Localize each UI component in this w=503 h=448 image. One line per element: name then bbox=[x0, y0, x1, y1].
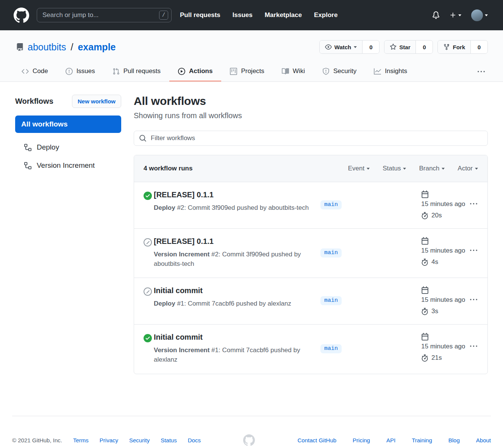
calendar-icon bbox=[421, 190, 429, 198]
chevron-down-icon bbox=[485, 14, 488, 16]
footer-link-training[interactable]: Training bbox=[412, 437, 432, 443]
run-description: Deploy #1: Commit 7cacbf6 pushed by alex… bbox=[154, 299, 313, 309]
footer-link-terms[interactable]: Terms bbox=[73, 437, 89, 443]
run-title[interactable]: Initial commit bbox=[154, 286, 203, 295]
filter-status-dropdown[interactable]: Status bbox=[383, 165, 406, 172]
chevron-down-icon bbox=[403, 168, 406, 170]
repo-owner-link[interactable]: aboutbits bbox=[28, 42, 66, 53]
create-new-button[interactable] bbox=[450, 12, 461, 19]
footer-link-docs[interactable]: Docs bbox=[188, 437, 201, 443]
run-time: 15 minutes ago bbox=[421, 343, 465, 350]
star-count[interactable]: 0 bbox=[416, 41, 433, 53]
run-duration: 4s bbox=[431, 258, 438, 266]
new-workflow-button[interactable]: New workflow bbox=[72, 95, 121, 108]
run-options-kebab-icon[interactable] bbox=[469, 295, 478, 304]
footer-link-about[interactable]: About bbox=[476, 437, 491, 443]
filter-workflows-input[interactable] bbox=[134, 131, 488, 146]
run-meta: 15 minutes ago 3s bbox=[421, 286, 478, 315]
run-options-kebab-icon[interactable] bbox=[469, 246, 478, 255]
branch-badge[interactable]: main bbox=[320, 248, 342, 258]
tab-issues[interactable]: Issues bbox=[57, 62, 104, 81]
run-title[interactable]: [RELEASE] 0.1.1 bbox=[154, 237, 214, 246]
branch-badge[interactable]: main bbox=[320, 200, 342, 209]
run-title[interactable]: Initial commit bbox=[154, 333, 203, 342]
footer-link-blog[interactable]: Blog bbox=[448, 437, 460, 443]
tab-wiki[interactable]: Wiki bbox=[273, 62, 314, 81]
footer-link-privacy[interactable]: Privacy bbox=[100, 437, 118, 443]
star-button[interactable]: Star 0 bbox=[384, 40, 433, 54]
nav-explore[interactable]: Explore bbox=[314, 11, 337, 19]
calendar-icon bbox=[421, 286, 429, 294]
filter-branch-dropdown[interactable]: Branch bbox=[419, 165, 445, 172]
skipped-icon bbox=[144, 238, 152, 247]
skipped-icon bbox=[144, 287, 152, 296]
runs-table-header: 4 workflow runs Event Status Branch Acto… bbox=[134, 155, 487, 182]
fork-count[interactable]: 0 bbox=[470, 41, 487, 53]
notifications-bell-icon[interactable] bbox=[432, 11, 440, 19]
chevron-down-icon bbox=[458, 14, 461, 16]
sidebar-item-deploy[interactable]: Deploy bbox=[15, 138, 121, 156]
chevron-down-icon bbox=[367, 168, 370, 170]
tab-insights[interactable]: Insights bbox=[365, 62, 416, 81]
stopwatch-icon bbox=[421, 308, 428, 315]
footer-link-contact-github[interactable]: Contact GitHub bbox=[298, 437, 337, 443]
header-search: / bbox=[37, 8, 172, 22]
branch-badge[interactable]: main bbox=[320, 344, 342, 353]
nav-issues[interactable]: Issues bbox=[233, 11, 253, 19]
watch-count[interactable]: 0 bbox=[362, 41, 379, 53]
run-title[interactable]: [RELEASE] 0.1.1 bbox=[154, 190, 214, 199]
nav-marketplace[interactable]: Marketplace bbox=[265, 11, 302, 19]
top-header: / Pull requests Issues Marketplace Explo… bbox=[0, 0, 503, 30]
repo-social-buttons: Watch 0 Star 0 Fork 0 bbox=[319, 40, 488, 54]
workflow-run-row: [RELEASE] 0.1.1 Version Increment #2: Co… bbox=[134, 229, 487, 278]
github-logo-icon[interactable] bbox=[14, 8, 29, 23]
workflows-sidebar: Workflows New workflow All workflows Dep… bbox=[15, 95, 121, 374]
eye-icon bbox=[325, 44, 332, 50]
chevron-down-icon bbox=[354, 46, 357, 48]
tab-security[interactable]: Security bbox=[314, 62, 365, 81]
fork-icon bbox=[443, 44, 450, 50]
run-options-kebab-icon[interactable] bbox=[469, 200, 478, 208]
workflow-icon bbox=[24, 144, 31, 151]
filter-workflows bbox=[134, 131, 488, 146]
user-menu-button[interactable] bbox=[471, 9, 488, 21]
tab-pull-requests[interactable]: Pull requests bbox=[104, 62, 169, 81]
fork-button[interactable]: Fork 0 bbox=[437, 40, 488, 54]
sidebar-item-all-workflows[interactable]: All workflows bbox=[15, 116, 121, 133]
workflow-icon bbox=[24, 162, 31, 169]
book-icon bbox=[282, 68, 289, 75]
run-time: 15 minutes ago bbox=[421, 200, 465, 208]
filter-event-dropdown[interactable]: Event bbox=[348, 165, 370, 172]
run-time: 15 minutes ago bbox=[421, 247, 465, 254]
runs-count: 4 workflow runs bbox=[144, 165, 348, 172]
tab-actions[interactable]: Actions bbox=[169, 62, 221, 81]
pull-request-icon bbox=[112, 68, 120, 75]
tab-projects[interactable]: Projects bbox=[221, 62, 273, 81]
nav-pull-requests[interactable]: Pull requests bbox=[180, 11, 220, 19]
chevron-down-icon bbox=[442, 168, 445, 170]
footer-link-api[interactable]: API bbox=[386, 437, 395, 443]
breadcrumb: aboutbits / example bbox=[16, 42, 319, 53]
footer-link-status[interactable]: Status bbox=[161, 437, 177, 443]
run-options-kebab-icon[interactable] bbox=[469, 342, 478, 351]
footer-link-pricing[interactable]: Pricing bbox=[353, 437, 370, 443]
play-circle-icon bbox=[178, 68, 185, 75]
success-check-icon bbox=[144, 334, 152, 342]
run-status-icon bbox=[144, 190, 154, 219]
footer-link-security[interactable]: Security bbox=[129, 437, 150, 443]
header-right bbox=[432, 9, 488, 21]
sidebar-heading: Workflows bbox=[15, 97, 53, 106]
success-check-icon bbox=[144, 192, 152, 200]
tab-code[interactable]: Code bbox=[13, 62, 57, 81]
stopwatch-icon bbox=[421, 354, 428, 362]
chevron-down-icon bbox=[475, 168, 478, 170]
filter-actor-dropdown[interactable]: Actor bbox=[458, 165, 478, 172]
search-input[interactable] bbox=[37, 8, 172, 22]
search-icon bbox=[139, 134, 147, 142]
tabs-overflow-kebab-icon[interactable] bbox=[475, 65, 488, 78]
watch-button[interactable]: Watch 0 bbox=[319, 40, 380, 54]
branch-badge[interactable]: main bbox=[320, 296, 342, 305]
sidebar-item-version-increment[interactable]: Version Increment bbox=[15, 156, 121, 175]
workflow-runs-table: 4 workflow runs Event Status Branch Acto… bbox=[134, 155, 488, 374]
repo-name-link[interactable]: example bbox=[78, 42, 116, 53]
